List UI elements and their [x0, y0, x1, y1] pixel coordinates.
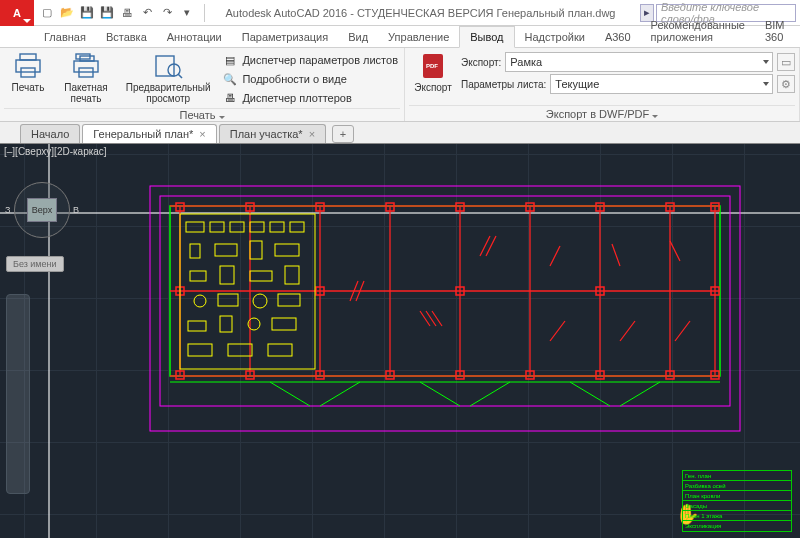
batch-printer-icon — [70, 52, 102, 80]
svg-rect-74 — [250, 222, 264, 232]
tab-annotate[interactable]: Аннотации — [157, 27, 232, 47]
tab-parametric[interactable]: Параметризация — [232, 27, 338, 47]
legend-row: Разбивка осей — [683, 481, 791, 491]
svg-line-20 — [570, 382, 610, 406]
legend-row: Фасады — [683, 501, 791, 511]
svg-rect-72 — [210, 222, 224, 232]
svg-line-68 — [620, 321, 635, 341]
new-icon[interactable]: ▢ — [38, 4, 56, 22]
doc-tab-start[interactable]: Начало — [20, 124, 80, 143]
svg-point-87 — [253, 294, 267, 308]
open-icon[interactable]: 📂 — [58, 4, 76, 22]
sheet-params-label: Параметры листа: — [461, 77, 546, 92]
view-unnamed-badge[interactable]: Без имени — [6, 256, 64, 272]
legend-row: Экспликация — [683, 521, 791, 531]
svg-line-65 — [612, 244, 620, 266]
svg-rect-80 — [275, 244, 299, 256]
new-tab-button[interactable]: + — [332, 125, 354, 143]
title-block[interactable]: Ген. план Разбивка осей План кровли Фаса… — [682, 470, 792, 532]
viewcube-east[interactable]: В — [73, 205, 79, 215]
doc-tab-site-plan[interactable]: План участка*× — [219, 124, 326, 143]
preview-button[interactable]: Предварительный просмотр — [120, 50, 216, 108]
doc-tab-general-plan[interactable]: Генеральный план*× — [82, 124, 216, 143]
qat-dropdown-icon[interactable]: ▾ — [178, 4, 196, 22]
tab-bim360[interactable]: BIM 360 — [755, 15, 795, 47]
svg-line-60 — [426, 311, 436, 326]
svg-line-16 — [270, 382, 310, 406]
viewcube-top-face[interactable]: Верх — [27, 198, 57, 222]
svg-rect-83 — [250, 271, 272, 281]
export-mode-dropdown[interactable]: Рамка — [505, 52, 773, 72]
panel-export-expand-icon[interactable] — [652, 108, 658, 120]
svg-line-64 — [550, 246, 560, 266]
panel-print-expand-icon[interactable] — [219, 109, 225, 121]
legend-row: План 1 этажа — [683, 511, 791, 521]
svg-rect-79 — [250, 241, 262, 259]
svg-rect-1 — [16, 60, 40, 72]
plotter-manager-button[interactable]: 🖶Диспетчер плоттеров — [220, 89, 400, 107]
svg-line-61 — [432, 311, 442, 326]
panel-print-title: Печать — [179, 109, 215, 121]
export-window-icon[interactable]: ▭ — [777, 53, 795, 71]
page-setup-icon: ▤ — [222, 52, 238, 68]
redo-icon[interactable]: ↷ — [158, 4, 176, 22]
plotter-icon: 🖶 — [222, 90, 238, 106]
export-button[interactable]: PDF Экспорт — [409, 50, 457, 105]
svg-line-21 — [620, 382, 660, 406]
sheet-params-dropdown[interactable]: Текущие — [550, 74, 773, 94]
tab-home[interactable]: Главная — [34, 27, 96, 47]
panel-export: PDF Экспорт Экспорт: Рамка ▭ Параметры л… — [405, 48, 800, 121]
svg-rect-92 — [272, 318, 296, 330]
svg-rect-75 — [270, 222, 284, 232]
tab-perf[interactable]: Perf — [794, 27, 800, 47]
printer-icon — [12, 52, 44, 80]
svg-rect-78 — [215, 244, 237, 256]
panel-print: Печать Пакетная печать Предварительный п… — [0, 48, 405, 121]
close-icon[interactable]: × — [309, 128, 315, 140]
batch-print-button[interactable]: Пакетная печать — [56, 50, 116, 108]
view-details-button[interactable]: 🔍Подробности о виде — [220, 70, 400, 88]
window-title: Autodesk AutoCAD 2016 - СТУДЕНЧЕСКАЯ ВЕР… — [209, 7, 640, 19]
svg-rect-0 — [20, 54, 36, 60]
separator — [204, 4, 205, 22]
print-button[interactable]: Печать — [4, 50, 52, 108]
document-tabs: Начало Генеральный план*× План участка*×… — [0, 122, 800, 144]
tab-featured[interactable]: Рекомендованные приложения — [641, 15, 755, 47]
tab-a360[interactable]: A360 — [595, 27, 641, 47]
svg-line-62 — [480, 236, 490, 256]
tab-manage[interactable]: Управление — [378, 27, 459, 47]
view-cube[interactable]: З Верх В — [14, 182, 70, 238]
panel-export-title: Экспорт в DWF/PDF — [546, 108, 649, 120]
app-menu-button[interactable]: A — [0, 0, 34, 26]
viewcube-west[interactable]: З — [5, 205, 10, 215]
legend-row: Ген. план — [683, 471, 791, 481]
svg-rect-82 — [220, 266, 234, 284]
page-setup-button[interactable]: ▤Диспетчер параметров листов — [220, 51, 400, 69]
svg-rect-71 — [186, 222, 204, 232]
tab-addins[interactable]: Надстройки — [515, 27, 595, 47]
svg-rect-12 — [150, 186, 740, 431]
tab-output[interactable]: Вывод — [459, 26, 514, 48]
print-icon[interactable]: 🖶 — [118, 4, 136, 22]
ribbon: Печать Пакетная печать Предварительный п… — [0, 48, 800, 122]
details-icon: 🔍 — [222, 71, 238, 87]
ribbon-tabs: Главная Вставка Аннотации Параметризация… — [0, 26, 800, 48]
svg-rect-81 — [190, 271, 206, 281]
svg-rect-76 — [290, 222, 304, 232]
svg-rect-95 — [268, 344, 292, 356]
svg-rect-7 — [156, 56, 174, 76]
tab-view[interactable]: Вид — [338, 27, 378, 47]
drawing-canvas[interactable]: [–][Сверху][2D-каркас] З Верх В Без имен… — [0, 144, 800, 538]
close-icon[interactable]: × — [199, 128, 205, 140]
sheet-settings-icon[interactable]: ⚙ — [777, 75, 795, 93]
tab-insert[interactable]: Вставка — [96, 27, 157, 47]
svg-rect-84 — [285, 266, 299, 284]
saveas-icon[interactable]: 💾 — [98, 4, 116, 22]
viewport-label[interactable]: [–][Сверху][2D-каркас] — [4, 146, 107, 157]
save-icon[interactable]: 💾 — [78, 4, 96, 22]
navigation-bar[interactable] — [6, 294, 30, 494]
undo-icon[interactable]: ↶ — [138, 4, 156, 22]
svg-rect-73 — [230, 222, 244, 232]
export-mode-label: Экспорт: — [461, 55, 501, 70]
svg-rect-93 — [188, 344, 212, 356]
